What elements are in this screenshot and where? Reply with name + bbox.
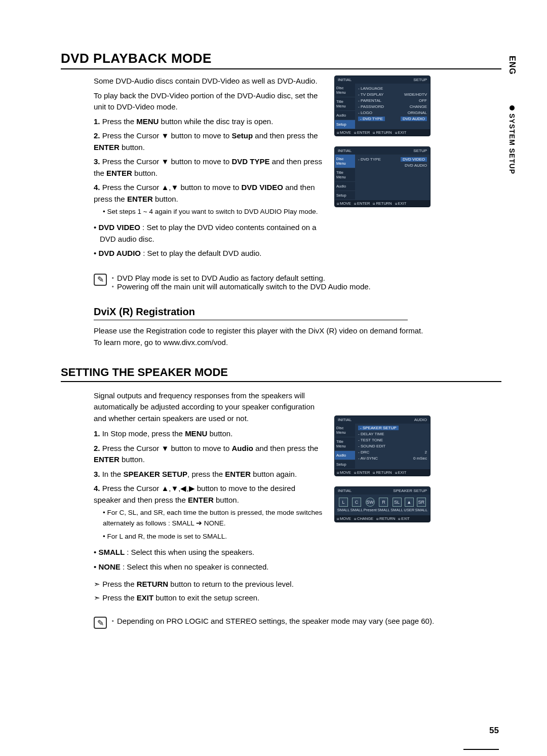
step: 4. Press the Cursor ▲,▼ button to move t…	[94, 182, 324, 217]
osd-dvdtype-screenshot: INITIALSETUP Disc Menu Title Menu Audio …	[334, 146, 431, 207]
heading-dvd-playback: DVD PLAYBACK MODE	[61, 51, 501, 69]
definition: DVD AUDIO : Set to play the default DVD …	[94, 248, 324, 259]
step: 3. In the SPEAKER SETUP, press the ENTER…	[94, 469, 324, 480]
note: Depending on PRO LOGIC and STEREO settin…	[112, 617, 434, 625]
osd-setup-screenshot: INITIALSETUP Disc Menu Title Menu Audio …	[334, 75, 431, 136]
paragraph: Please use the Registration code to regi…	[61, 326, 501, 335]
note-icon: ✎	[94, 274, 107, 286]
page-number: 55	[489, 726, 499, 736]
definition: SMALL : Select this when using the speak…	[94, 547, 324, 558]
heading-divx: DviX (R) Registration	[94, 306, 408, 320]
footer-rule	[463, 749, 499, 750]
paragraph: To learn more, go to www.divx.com/vod.	[61, 338, 501, 347]
osd-audio-screenshot: INITIALAUDIO Disc Menu Title Menu Audio …	[334, 415, 431, 476]
hint: Press the RETURN button to return to the…	[94, 579, 324, 590]
substep: For L and R, the mode is set to SMALL.	[103, 532, 324, 542]
paragraph: Some DVD-Audio discs contain DVD-Video a…	[61, 75, 324, 87]
substep: Set steps 1 ~ 4 again if you want to swi…	[103, 207, 324, 217]
step: 4. Press the Cursor ▲,▼,◀,▶ button to mo…	[94, 483, 324, 542]
definition: NONE : Select this when no speaker is co…	[94, 561, 324, 573]
osd-speaker-screenshot: INITIALSPEAKER SETUP LSMALL CSMALL SWPre…	[334, 486, 431, 522]
step: 1. In Stop mode, press the MENU button.	[94, 428, 324, 440]
paragraph: Signal outputs and frequency responses f…	[61, 390, 324, 425]
step: 1. Press the MENU button while the disc …	[94, 116, 324, 128]
step: 2. Press the Cursor ▼ button to move to …	[94, 130, 324, 153]
heading-speaker-mode: SETTING THE SPEAKER MODE	[61, 366, 501, 382]
note: Powering off the main unit will automati…	[112, 282, 371, 291]
paragraph: To play back the DVD-Video portion of th…	[61, 90, 324, 113]
step: 2. Press the Cursor ▼ button to move to …	[94, 443, 324, 466]
note: DVD Play mode is set to DVD Audio as fac…	[112, 274, 371, 282]
step: 3. Press the Cursor ▼ button to move to …	[94, 156, 324, 179]
substep: For C, SL, and SR, each time the button …	[103, 508, 324, 528]
note-icon: ✎	[94, 617, 107, 629]
hint: Press the EXIT button to exit the setup …	[94, 592, 324, 604]
definition: DVD VIDEO : Set to play the DVD video co…	[94, 222, 324, 245]
